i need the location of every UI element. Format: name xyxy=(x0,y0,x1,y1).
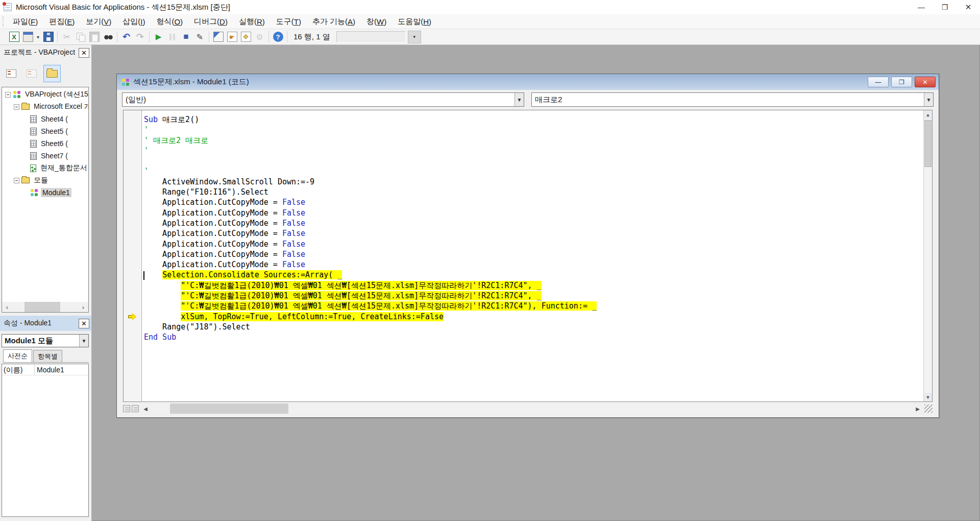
procedure-view-button[interactable] xyxy=(123,405,130,412)
toggle-folders-button[interactable] xyxy=(43,65,61,82)
code-window-titlebar[interactable]: 섹션15문제.xlsm - Module1 (코드) — ❐ ✕ xyxy=(117,74,939,90)
properties-close-icon[interactable]: ✕ xyxy=(79,319,89,328)
toolbox-button[interactable]: ⚙ xyxy=(253,30,266,44)
full-module-view-button[interactable] xyxy=(132,405,139,412)
code-restore-button[interactable]: ❐ xyxy=(891,77,912,87)
menu-item-h[interactable]: 도움말(H) xyxy=(392,14,437,29)
maximize-button[interactable]: ❐ xyxy=(933,0,957,14)
hscroll-track[interactable] xyxy=(151,404,913,414)
scroll-right-icon[interactable]: › xyxy=(78,303,88,311)
code-line[interactable]: Application.CutCopyMode = False xyxy=(144,259,923,270)
hscroll-thumb[interactable] xyxy=(170,404,288,414)
code-line[interactable]: "'C:₩길벗컴활1급(2010)₩01 엑셀₩01 섹션₩[섹션15문제.xl… xyxy=(144,301,923,311)
scroll-left-icon[interactable]: ◀ xyxy=(140,406,151,412)
code-vscrollbar[interactable]: ▲ ▼ xyxy=(923,110,932,401)
paste-button[interactable] xyxy=(87,30,101,44)
chevron-down-icon[interactable]: ▼ xyxy=(514,93,524,106)
code-line[interactable]: Range("J18").Select xyxy=(144,322,923,332)
collapse-icon[interactable] xyxy=(14,178,19,183)
scroll-up-icon[interactable]: ▲ xyxy=(924,110,932,119)
resize-grip-icon[interactable] xyxy=(924,405,933,413)
menubar-grip-handle[interactable] xyxy=(3,16,6,27)
code-editor[interactable]: Sub 매크로2()'' 매크로2 매크로'' ActiveWindow.Sma… xyxy=(123,110,933,402)
find-button[interactable] xyxy=(101,30,115,44)
tree-item[interactable]: Sheet5 ( xyxy=(2,125,88,137)
chevron-down-icon[interactable]: ▼ xyxy=(79,335,88,347)
code-line[interactable]: "'C:₩길벗컴활1급(2010)₩01 엑셀₩01 섹션₩[섹션15문제.xl… xyxy=(144,291,923,301)
code-line[interactable]: Application.CutCopyMode = False xyxy=(144,228,923,239)
tab-항목별[interactable]: 항목별 xyxy=(33,350,62,362)
collapse-icon[interactable] xyxy=(14,104,19,110)
tree-item[interactable]: Module1 xyxy=(2,186,88,199)
code-line[interactable]: Application.CutCopyMode = False xyxy=(144,197,923,207)
project-tree-hscrollbar[interactable]: ‹ › xyxy=(2,302,88,312)
menu-item-f[interactable]: 파일(F) xyxy=(7,14,43,29)
collapse-icon[interactable] xyxy=(5,92,11,98)
copy-button[interactable] xyxy=(74,30,87,44)
code-line[interactable]: Application.CutCopyMode = False xyxy=(144,218,923,228)
toolbar-options-button[interactable]: ▾ xyxy=(408,31,421,43)
code-line[interactable]: Application.CutCopyMode = False xyxy=(144,208,923,218)
project-explorer-button[interactable] xyxy=(211,30,225,44)
menu-item-v[interactable]: 보기(V) xyxy=(80,14,117,29)
property-row[interactable]: (이름)Module1 xyxy=(2,364,88,375)
tab-사전순[interactable]: 사전순 xyxy=(3,349,32,362)
tree-item[interactable]: Sheet4 ( xyxy=(2,113,88,125)
chevron-down-icon[interactable]: ▼ xyxy=(924,93,933,106)
hscroll-track[interactable] xyxy=(12,302,78,312)
code-line[interactable]: ' xyxy=(144,166,923,176)
margin-indicator-bar[interactable] xyxy=(124,110,142,401)
help-button[interactable]: ? xyxy=(271,30,285,44)
properties-object-selector[interactable]: Module1 모듈 ▼ xyxy=(2,334,89,347)
chevron-down-icon[interactable]: ▾ xyxy=(35,30,41,44)
procedure-combo[interactable]: 매크로2 ▼ xyxy=(531,92,934,107)
tree-item[interactable]: Sheet6 ( xyxy=(2,137,88,150)
save-button[interactable] xyxy=(41,30,55,44)
vscroll-thumb[interactable] xyxy=(924,120,932,167)
code-text-area[interactable]: Sub 매크로2()'' 매크로2 매크로'' ActiveWindow.Sma… xyxy=(142,110,923,401)
menu-item-d[interactable]: 디버그(D) xyxy=(188,14,233,29)
code-line[interactable]: Selection.Consolidate Sources:=Array( _ xyxy=(144,270,923,280)
scroll-left-icon[interactable]: ‹ xyxy=(2,303,12,311)
view-excel-button[interactable]: X xyxy=(7,30,21,44)
run-button[interactable]: ▶ xyxy=(152,30,165,44)
tree-item[interactable]: 현재_통합문서 xyxy=(2,162,88,174)
code-line[interactable]: ' xyxy=(144,146,923,156)
view-object-button[interactable] xyxy=(23,65,40,82)
object-combo[interactable]: (일반) ▼ xyxy=(122,92,524,107)
insert-userform-button[interactable] xyxy=(21,30,35,44)
object-browser-button[interactable]: ❖ xyxy=(239,30,253,44)
code-line[interactable]: Sub 매크로2() xyxy=(144,114,923,125)
code-line[interactable]: Application.CutCopyMode = False xyxy=(144,239,923,249)
code-line[interactable]: Range("F10:I16").Select xyxy=(144,187,923,197)
project-explorer-close-icon[interactable]: ✕ xyxy=(79,48,89,58)
menu-item-e[interactable]: 편집(E) xyxy=(43,14,80,29)
code-line[interactable]: ActiveWindow.SmallScroll Down:=-9 xyxy=(144,177,923,187)
code-close-button[interactable]: ✕ xyxy=(915,77,936,87)
code-line[interactable]: xlSum, TopRow:=True, LeftColumn:=True, C… xyxy=(144,312,923,322)
view-code-button[interactable] xyxy=(3,65,20,82)
redo-button[interactable]: ↷ xyxy=(133,30,147,44)
code-line[interactable]: ' 매크로2 매크로 xyxy=(144,135,923,146)
hscroll-thumb[interactable] xyxy=(24,302,60,312)
menu-item-a[interactable]: 추가 기능(A) xyxy=(307,14,361,29)
properties-window-button[interactable]: ☛ xyxy=(225,30,239,44)
menu-item-r[interactable]: 실행(R) xyxy=(233,14,271,29)
code-line[interactable]: ' xyxy=(144,125,923,135)
menu-item-i[interactable]: 삽입(I) xyxy=(117,14,151,29)
scroll-right-icon[interactable]: ▶ xyxy=(913,406,923,412)
code-minimize-button[interactable]: — xyxy=(868,77,889,87)
minimize-button[interactable]: — xyxy=(910,0,933,14)
close-button[interactable]: ✕ xyxy=(957,0,980,14)
tree-item[interactable]: VBAProject (섹션15문제 xyxy=(2,88,88,101)
design-mode-button[interactable]: ✎ xyxy=(193,30,207,44)
menu-item-t[interactable]: 도구(T) xyxy=(271,14,307,29)
tree-item[interactable]: Microsoft Excel 개체 xyxy=(2,101,88,113)
menu-item-o[interactable]: 형식(O) xyxy=(151,14,188,29)
tree-item[interactable]: Sheet7 ( xyxy=(2,150,88,162)
code-line[interactable] xyxy=(144,156,923,166)
code-line[interactable]: Application.CutCopyMode = False xyxy=(144,249,923,259)
reset-button[interactable]: ■ xyxy=(179,30,193,44)
undo-button[interactable]: ↶ xyxy=(119,30,133,44)
cut-button[interactable]: ✂ xyxy=(60,30,74,44)
